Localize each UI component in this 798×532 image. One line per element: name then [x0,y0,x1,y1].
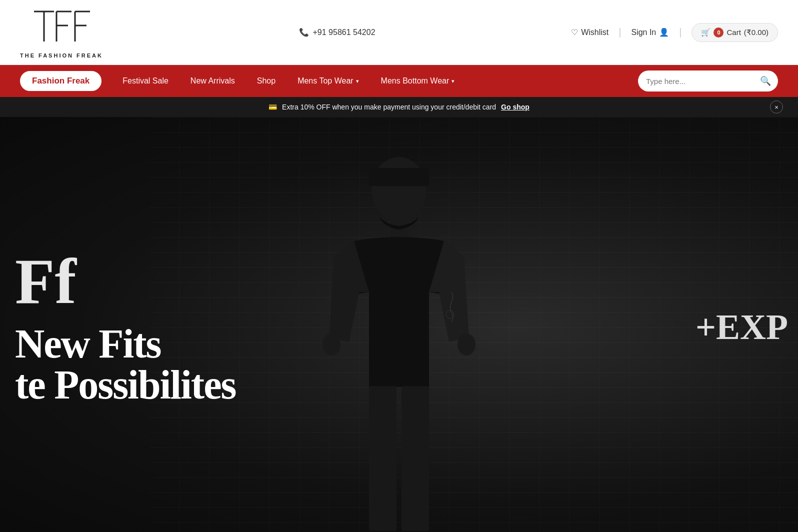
wishlist-label: Wishlist [581,28,608,37]
nav-item-festival-sale[interactable]: Festival Sale [112,65,180,97]
cart-label: Cart [726,28,740,36]
hero-figure [274,117,524,532]
dropdown-arrow-bottom: ▾ [452,78,454,84]
promo-text: Extra 10% OFF when you make payment usin… [282,103,496,111]
logo-svg [29,6,94,52]
site-header: THE FASHION FREAK 📞 +91 95861 54202 ♡ Wi… [0,0,798,65]
svg-point-16 [458,334,476,356]
user-icon: 👤 [659,28,669,37]
logo-tagline: THE FASHION FREAK [20,52,103,58]
nav-label-mens-top: Mens Top Wear [298,76,353,86]
hero-text-left: Ff New Fits te Possibilites [0,248,236,406]
search-icon: 🔍 [760,76,771,86]
cart-badge: 0 [714,28,724,38]
promo-close-button[interactable]: × [770,100,783,114]
hero-exp-text: +EXP [696,306,788,348]
search-button[interactable]: 🔍 [753,70,778,92]
nav-item-new-arrivals[interactable]: New Arrivals [180,65,246,97]
svg-point-15 [322,334,340,356]
svg-rect-13 [369,386,396,531]
nav-item-shop[interactable]: Shop [246,65,286,97]
cart-button[interactable]: 🛒 0 Cart (₹0.00) [692,23,778,42]
signin-button[interactable]: Sign In 👤 [631,28,669,37]
hero-ff-logo: Ff [15,248,236,314]
nav-item-mens-bottom-wear[interactable]: Mens Bottom Wear ▾ [370,65,466,97]
separator: | [618,26,621,38]
wishlist-button[interactable]: ♡ Wishlist [571,28,608,37]
phone-icon: 📞 [299,28,309,37]
hero-title-line2: te Possibilites [15,364,236,406]
search-input[interactable] [638,72,753,90]
nav-label-mens-bottom: Mens Bottom Wear [381,76,450,86]
cart-icon: 🛒 [701,28,710,37]
search-bar: 🔍 [638,70,778,92]
promo-icon: 💳 [268,103,277,111]
svg-point-8 [372,157,426,222]
cart-amount: (₹0.00) [744,28,768,37]
logo-area: THE FASHION FREAK [20,6,103,58]
phone-display: 📞 +91 95861 54202 [299,28,376,37]
hero-section: Ff New Fits te Possibilites [0,117,798,532]
hero-title-line1: New Fits [15,324,236,364]
svg-rect-10 [369,168,429,186]
signin-label: Sign In [631,28,656,37]
heart-icon: ♡ [571,28,578,37]
dropdown-arrow-top: ▾ [356,78,359,84]
nav-brand-button[interactable]: Fashion Freak [20,71,102,91]
promo-banner: 💳 Extra 10% OFF when you make payment us… [0,97,798,117]
separator2: | [679,26,682,38]
hero-text-right: +EXP [696,306,798,348]
hero-person-svg [304,137,494,532]
promo-link[interactable]: Go shop [501,103,530,111]
nav-item-mens-top-wear[interactable]: Mens Top Wear ▾ [286,65,370,97]
svg-rect-14 [402,386,429,531]
phone-number: +91 95861 54202 [313,28,376,37]
header-actions: ♡ Wishlist | Sign In 👤 | 🛒 0 Cart (₹0.00… [571,23,778,42]
main-navbar: Fashion Freak Festival Sale New Arrivals… [0,65,798,97]
